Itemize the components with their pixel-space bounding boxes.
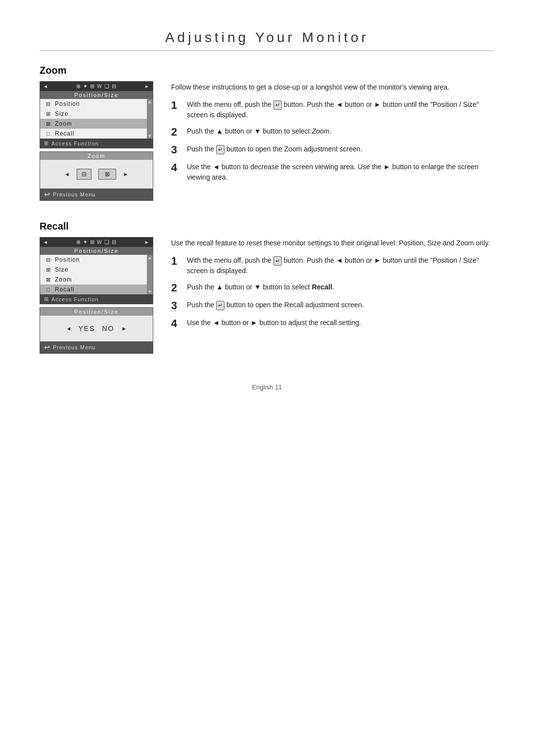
recall-instructions: Use the recall feature to reset these mo… — [171, 237, 494, 354]
r-zoom-icon: ⊠ — [45, 277, 52, 283]
icon5: ❑ — [104, 83, 110, 90]
icon4: W — [97, 84, 102, 89]
recall-section: Recall ◄ ⊕ ✦ ⊞ W ❑ ⊟ ► Position/ — [40, 221, 494, 354]
recall-sub-panel: Position/Size ◄ YES NO ► ↩ Previous Menu — [40, 307, 153, 354]
scroll-down-icon: ▼ — [147, 133, 153, 139]
zoom-menu-icons: ⊕ ✦ ⊞ W ❑ ⊟ — [76, 83, 116, 90]
r-icon3: ⊞ — [90, 239, 95, 245]
zoom-step-1-text: With the menu off, push the ↵ button. Pu… — [187, 99, 494, 120]
zoom-step-3-num: 3 — [171, 144, 181, 156]
zoom-sub-panel: Zoom ◄ ⊟ ⊠ ► ↩ Previous Menu — [40, 151, 153, 201]
zoom-sub-footer: ↩ Previous Menu — [40, 189, 153, 200]
r-zoom-label: Zoom — [55, 276, 72, 283]
recall-step-4: 4 Use the ◄ button or ► button to adjust… — [171, 318, 494, 330]
enter-button-icon2: ↵ — [216, 145, 224, 154]
zoom-section-block: ◄ ⊕ ✦ ⊞ W ❑ ⊟ ► Position/Size ⊟ — [40, 81, 494, 201]
access-icon: ⊞ — [44, 140, 49, 146]
r-previous-menu-icon: ↩ — [44, 343, 50, 351]
r-size-icon: ⊞ — [45, 267, 52, 273]
menu-item-position: ⊟ Position — [40, 99, 147, 109]
right-arrow-icon: ► — [144, 84, 150, 89]
recall-step-4-text: Use the ◄ button or ► button to adjust t… — [187, 318, 361, 328]
zoom-menu-panel: ◄ ⊕ ✦ ⊞ W ❑ ⊟ ► Position/Size ⊟ — [40, 81, 153, 148]
r-icon1: ⊕ — [76, 239, 81, 245]
recall-step-4-num: 4 — [171, 318, 181, 330]
enter-button-icon: ↵ — [273, 100, 282, 110]
zoom-section: Zoom ◄ ⊕ ✦ ⊞ W ❑ ⊟ ► Po — [40, 65, 494, 201]
recall-step-1-text: With the menu off, push the ↵ button. Pu… — [187, 255, 494, 276]
icon2: ✦ — [83, 83, 88, 90]
zoom-step-3: 3 Push the ↵ button to open the Zoom adj… — [171, 144, 494, 156]
recall-menu-item-recall: □ Recall — [40, 284, 147, 294]
icon1: ⊕ — [76, 83, 81, 90]
zoom-step-1-num: 1 — [171, 99, 181, 111]
recall-position-size-title: Position/Size — [40, 247, 153, 255]
menu-item-recall: □ Recall — [40, 129, 147, 139]
r-access-label: Access Function — [51, 296, 99, 302]
zoom-label: Zoom — [55, 120, 72, 127]
left-arrow-icon: ◄ — [43, 84, 48, 89]
zoom-large-icon: ⊠ — [98, 169, 116, 180]
recall-step-2: 2 Push the ▲ button or ▼ button to selec… — [171, 282, 494, 294]
zoom-step-2: 2 Push the ▲ button or ▼ button to selec… — [171, 126, 494, 138]
zoom-step-4: 4 Use the ◄ button to decrease the scree… — [171, 162, 494, 183]
zoom-increase-arrow: ► — [123, 171, 129, 177]
r-icon4: W — [97, 239, 102, 245]
page-title: Adjusting Your Monitor — [40, 30, 494, 51]
recall-steps: 1 With the menu off, push the ↵ button. … — [171, 255, 494, 330]
zoom-steps: 1 With the menu off, push the ↵ button. … — [171, 99, 494, 183]
zoom-step-2-num: 2 — [171, 126, 181, 138]
recall-section-block: ◄ ⊕ ✦ ⊞ W ❑ ⊟ ► Position/Size ⊟ — [40, 237, 494, 354]
zoom-position-size-title: Position/Size — [40, 91, 153, 99]
r-enter-button-icon2: ↵ — [216, 301, 224, 310]
recall-intro-text: Use the recall feature to reset these mo… — [171, 238, 494, 248]
recall-menu-top-bar: ◄ ⊕ ✦ ⊞ W ❑ ⊟ ► — [40, 237, 153, 247]
recall-menu-item-size: ⊞ Size — [40, 265, 147, 275]
recall-menu-items: ⊟ Position ⊞ Size ⊠ Zoom □ — [40, 255, 147, 294]
icon3: ⊞ — [90, 83, 95, 90]
zoom-intro-text: Follow these instructions to get a close… — [171, 82, 494, 93]
recall-label: Recall — [55, 130, 74, 137]
yes-label: YES — [78, 325, 95, 332]
recall-section-title: Recall — [40, 221, 494, 232]
zoom-access-bar: ⊞ Access Function — [40, 139, 153, 148]
zoom-section-title: Zoom — [40, 65, 494, 76]
previous-menu-icon: ↩ — [44, 190, 50, 198]
icon6: ⊟ — [112, 83, 117, 90]
r-access-icon: ⊞ — [44, 296, 49, 302]
recall-scroll-indicator: ▲ ▼ — [147, 255, 153, 294]
recall-menu-icons: ⊕ ✦ ⊞ W ❑ ⊟ — [76, 239, 116, 245]
page-footer: English 11 — [40, 383, 494, 391]
no-label: NO — [102, 325, 115, 332]
r-icon5: ❑ — [104, 239, 110, 245]
recall-sub-footer: ↩ Previous Menu — [40, 341, 153, 353]
r-enter-button-icon: ↵ — [273, 256, 282, 266]
recall-step-2-text: Push the ▲ button or ▼ button to select … — [187, 282, 334, 292]
previous-menu-label: Previous Menu — [53, 191, 95, 197]
recall-left-arrow-icon: ◄ — [43, 239, 48, 245]
r-recall-icon: □ — [45, 286, 52, 292]
recall-step-1-num: 1 — [171, 255, 181, 267]
recall-menu-body: ⊟ Position ⊞ Size ⊠ Zoom □ — [40, 255, 153, 294]
zoom-menu-top-bar: ◄ ⊕ ✦ ⊞ W ❑ ⊟ ► — [40, 82, 153, 91]
zoom-instructions: Follow these instructions to get a close… — [171, 81, 494, 201]
recall-menu-item-position: ⊟ Position — [40, 255, 147, 265]
zoom-sub-body: ◄ ⊟ ⊠ ► — [40, 160, 153, 189]
recall-right-arrow-icon: ► — [144, 239, 150, 245]
position-label: Position — [55, 100, 80, 107]
recall-right-arrow: ► — [122, 326, 127, 331]
recall-left-arrow: ◄ — [66, 326, 72, 331]
recall-step-3-num: 3 — [171, 300, 181, 312]
r-recall-label: Recall — [55, 286, 74, 293]
zoom-sub-title: Zoom — [40, 152, 153, 160]
position-icon: ⊟ — [45, 101, 52, 107]
zoom-step-4-num: 4 — [171, 162, 181, 174]
zoom-decrease-arrow: ◄ — [64, 171, 70, 177]
recall-menu-panel: ◄ ⊕ ✦ ⊞ W ❑ ⊟ ► Position/Size ⊟ — [40, 237, 153, 304]
zoom-small-icon: ⊟ — [77, 169, 91, 180]
size-label: Size — [55, 110, 68, 117]
r-scroll-down-icon: ▼ — [147, 289, 153, 294]
recall-sub-body: ◄ YES NO ► — [40, 316, 153, 341]
zoom-step-3-text: Push the ↵ button to open the Zoom adjus… — [187, 144, 362, 154]
recall-step-3: 3 Push the ↵ button to open the Recall a… — [171, 300, 494, 312]
